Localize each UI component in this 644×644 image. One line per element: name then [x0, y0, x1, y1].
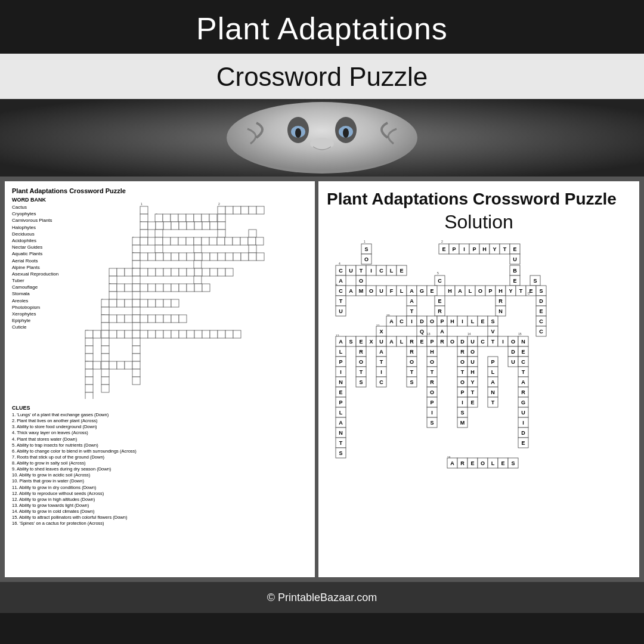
- svg-text:1: 1: [364, 240, 366, 243]
- svg-rect-41: [218, 222, 225, 230]
- svg-rect-158: [132, 330, 140, 338]
- svg-rect-39: [202, 222, 210, 230]
- svg-rect-17: [249, 206, 256, 214]
- svg-text:R: R: [430, 379, 434, 385]
- svg-rect-143: [140, 315, 148, 323]
- svg-rect-102: [210, 268, 218, 276]
- svg-rect-157: [125, 330, 132, 338]
- clue-item: 4. Thick waxy layer on leaves (Across): [12, 430, 308, 436]
- svg-text:2: 2: [441, 240, 443, 243]
- svg-text:C: C: [339, 288, 343, 294]
- svg-text:O: O: [359, 359, 363, 365]
- svg-rect-40: [210, 222, 218, 230]
- svg-rect-72: [156, 253, 163, 261]
- svg-rect-127: [117, 299, 125, 307]
- svg-rect-136: [132, 307, 140, 315]
- svg-text:V: V: [491, 329, 494, 335]
- svg-rect-129: [132, 299, 140, 307]
- svg-rect-92: [132, 268, 140, 276]
- svg-text:R: R: [410, 339, 414, 345]
- svg-rect-96: [163, 268, 171, 276]
- svg-rect-65: [155, 245, 163, 253]
- svg-rect-67: [249, 245, 256, 253]
- svg-text:T: T: [360, 268, 363, 274]
- svg-text:T: T: [519, 288, 523, 294]
- clue-item: 12. Ability to reproduce without seeds (…: [12, 491, 308, 497]
- svg-text:L: L: [400, 288, 404, 294]
- svg-rect-149: [101, 323, 109, 330]
- word-item: Asexual Reproduction: [12, 271, 58, 277]
- svg-text:S: S: [533, 278, 537, 284]
- svg-rect-29: [218, 214, 225, 222]
- svg-rect-53: [178, 237, 186, 245]
- clue-item: 8. Ability to grow in salty soil (Across…: [12, 460, 308, 466]
- svg-rect-182: [85, 361, 93, 369]
- svg-text:U: U: [511, 359, 515, 365]
- svg-text:T: T: [410, 369, 414, 375]
- svg-rect-142: [132, 315, 140, 323]
- svg-rect-153: [93, 330, 101, 338]
- svg-text:P: P: [430, 339, 434, 345]
- left-panel-title: Plant Adaptations Crossword Puzzle: [12, 187, 308, 194]
- svg-rect-189: [85, 369, 93, 377]
- svg-text:O: O: [410, 359, 414, 365]
- svg-rect-56: [202, 237, 209, 245]
- svg-text:G: G: [521, 400, 525, 405]
- svg-rect-174: [132, 338, 140, 346]
- svg-rect-38: [194, 222, 202, 230]
- svg-rect-147: [171, 315, 179, 323]
- svg-text:I: I: [463, 246, 465, 252]
- svg-rect-118: [179, 284, 187, 292]
- svg-text:P: P: [339, 400, 342, 405]
- svg-text:P: P: [339, 359, 342, 365]
- svg-text:R: R: [460, 460, 465, 466]
- svg-rect-119: [187, 284, 194, 292]
- word-item: Phototropism: [12, 304, 58, 311]
- svg-rect-169: [218, 330, 225, 338]
- svg-text:S: S: [339, 450, 342, 456]
- svg-text:I: I: [522, 420, 524, 426]
- svg-text:H: H: [448, 288, 452, 294]
- svg-rect-196: [101, 385, 109, 392]
- svg-rect-47: [132, 237, 140, 245]
- svg-text:R: R: [460, 349, 465, 355]
- svg-rect-107: [194, 276, 202, 284]
- svg-rect-195: [85, 385, 93, 392]
- svg-rect-22: [163, 214, 171, 222]
- svg-text:X: X: [369, 339, 373, 345]
- svg-rect-91: [125, 268, 132, 276]
- footer-text: © PrintableBazaar.com: [267, 592, 377, 604]
- word-item: Carnivorous Plants: [12, 217, 58, 224]
- svg-text:E: E: [513, 246, 516, 252]
- svg-rect-197: [85, 392, 93, 399]
- svg-rect-131: [148, 299, 156, 307]
- svg-rect-27: [202, 214, 209, 222]
- clue-item: 16. 'Spines' on a cactus for protection …: [12, 521, 308, 527]
- svg-text:A: A: [440, 329, 444, 335]
- svg-text:A: A: [458, 288, 462, 294]
- clue-item: 3. Ability to store food underground (Do…: [12, 424, 308, 430]
- svg-text:R: R: [438, 308, 442, 314]
- right-panel: Plant Adaptations Crossword Puzzle Solut…: [318, 181, 639, 577]
- svg-rect-83: [241, 253, 249, 261]
- svg-rect-132: [156, 299, 163, 307]
- svg-text:O: O: [511, 339, 515, 345]
- svg-rect-43: [155, 230, 163, 237]
- svg-text:I: I: [502, 339, 504, 345]
- svg-text:T: T: [360, 369, 363, 375]
- svg-text:U: U: [379, 288, 383, 294]
- word-item: Xerophytes: [12, 311, 58, 317]
- svg-text:H: H: [482, 246, 487, 252]
- svg-rect-98: [179, 268, 187, 276]
- svg-rect-25: [186, 214, 194, 222]
- svg-text:H: H: [450, 318, 454, 324]
- svg-rect-172: [85, 338, 93, 346]
- svg-rect-139: [109, 315, 117, 323]
- svg-rect-140: [117, 315, 125, 323]
- svg-rect-114: [148, 284, 156, 292]
- svg-rect-175: [85, 346, 93, 354]
- word-item: Areoles: [12, 298, 58, 304]
- svg-text:I: I: [411, 318, 413, 324]
- svg-rect-155: [109, 330, 117, 338]
- svg-rect-16: [241, 206, 249, 214]
